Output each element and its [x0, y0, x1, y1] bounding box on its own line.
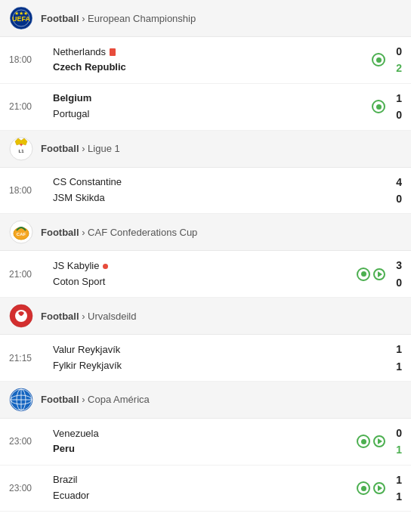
league-icon-copa — [9, 388, 33, 412]
score-team1: 0 — [385, 425, 402, 441]
match-live-icons — [348, 435, 385, 448]
red-card-icon — [110, 48, 116, 56]
match-teams: NetherlandsCzech Republic — [47, 45, 348, 76]
match-row[interactable]: 21:15Valur ReykjavíkFylkir Reykjavík11 — [0, 335, 411, 382]
score-team2: 0 — [385, 107, 402, 123]
team2-name: Portugal — [53, 107, 341, 122]
match-scores: 40 — [385, 174, 402, 208]
league-title-euro: Football › European Championship — [41, 13, 196, 24]
live-dot-inner — [361, 271, 366, 277]
score-team1: 0 — [385, 43, 402, 60]
match-row[interactable]: 21:00BelgiumPortugal10 — [0, 84, 411, 131]
match-scores: 11 — [385, 472, 402, 506]
team1-name: JS Kabylie — [53, 258, 341, 274]
match-live-icons — [348, 53, 385, 66]
play-triangle — [378, 485, 382, 491]
league-header-copa[interactable]: Football › Copa América — [0, 382, 411, 419]
league-title-copa: Football › Copa América — [41, 394, 150, 405]
live-circle-icon[interactable] — [372, 100, 385, 113]
match-time: 23:00 — [9, 436, 47, 447]
score-team1: 1 — [385, 472, 402, 488]
league-icon-euro: UEFA ★★★ — [9, 6, 33, 30]
score-team2: 1 — [385, 441, 402, 458]
match-row[interactable]: 18:00NetherlandsCzech Republic02 — [0, 37, 411, 84]
match-row[interactable]: 23:00BrazilEcuador11 — [0, 466, 411, 512]
play-button-icon[interactable] — [373, 482, 385, 494]
match-scores: 02 — [385, 43, 402, 77]
svg-text:UEFA: UEFA — [12, 15, 31, 23]
match-teams: BrazilEcuador — [47, 472, 348, 504]
live-circle-icon[interactable] — [372, 53, 385, 66]
match-live-icons — [348, 481, 385, 495]
team2-name: Coton Sport — [53, 274, 341, 290]
play-triangle — [378, 438, 382, 444]
match-time: 18:00 — [9, 54, 47, 65]
score-team1: 3 — [385, 257, 402, 274]
match-time: 23:00 — [9, 483, 47, 493]
match-scores: 10 — [385, 90, 402, 124]
league-title-urvals: Football › Urvalsdeild — [41, 311, 136, 322]
match-row[interactable]: 23:00VenezuelaPeru01 — [0, 419, 411, 466]
svg-text:L1: L1 — [18, 149, 24, 153]
live-dot-inner — [376, 57, 382, 63]
match-teams: BelgiumPortugal — [47, 91, 348, 122]
team2-name: Czech Republic — [53, 60, 341, 76]
score-team2: 1 — [385, 488, 402, 505]
league-header-caf[interactable]: CAF Football › CAF Confederations Cup — [0, 214, 411, 251]
play-triangle — [378, 271, 382, 277]
team1-name: Netherlands — [53, 45, 341, 60]
team1-name: Valur Reykjavík — [53, 342, 341, 358]
league-title-caf: Football › CAF Confederations Cup — [41, 227, 197, 238]
score-team1: 4 — [385, 174, 402, 190]
match-time: 21:00 — [9, 101, 47, 112]
score-team2: 1 — [385, 358, 402, 375]
score-team1: 1 — [385, 341, 402, 357]
score-team2: 2 — [385, 60, 402, 76]
app-container: UEFA ★★★ Football › European Championshi… — [0, 0, 411, 512]
league-icon-ligue1: ✦ L1 — [9, 137, 33, 161]
match-teams: JS KabylieCoton Sport — [47, 258, 348, 290]
live-dot-icon — [103, 264, 108, 269]
match-time: 21:15 — [9, 353, 47, 363]
league-title-ligue1: Football › Ligue 1 — [41, 143, 120, 154]
match-teams: VenezuelaPeru — [47, 426, 348, 458]
live-dot-inner — [361, 486, 366, 491]
league-icon-urvals — [9, 304, 33, 328]
team2-name: JSM Skikda — [53, 190, 341, 206]
score-team2: 0 — [385, 274, 402, 291]
play-button-icon[interactable] — [373, 268, 385, 280]
live-dot-inner — [376, 104, 382, 110]
team2-name: Ecuador — [53, 488, 341, 504]
score-team2: 0 — [385, 190, 402, 207]
team2-name: Peru — [53, 441, 341, 457]
svg-text:CAF: CAF — [17, 232, 26, 237]
match-row[interactable]: 18:00CS ConstantineJSM Skikda40 — [0, 168, 411, 215]
match-live-icons — [348, 268, 385, 281]
live-circle-icon[interactable] — [357, 435, 370, 448]
league-icon-caf: CAF — [9, 220, 33, 244]
match-time: 18:00 — [9, 185, 47, 196]
league-header-ligue1[interactable]: ✦ L1 Football › Ligue 1 — [0, 131, 411, 168]
match-teams: CS ConstantineJSM Skikda — [47, 175, 348, 206]
match-teams: Valur ReykjavíkFylkir Reykjavík — [47, 342, 348, 374]
team1-name: Brazil — [53, 472, 341, 488]
live-dot-inner — [361, 439, 366, 444]
match-row[interactable]: 21:00JS KabylieCoton Sport30 — [0, 251, 411, 298]
match-live-icons — [348, 100, 385, 113]
league-header-urvals[interactable]: Football › Urvalsdeild — [0, 298, 411, 335]
league-header-euro[interactable]: UEFA ★★★ Football › European Championshi… — [0, 0, 411, 37]
match-time: 21:00 — [9, 269, 47, 280]
live-circle-icon[interactable] — [357, 481, 370, 495]
team2-name: Fylkir Reykjavík — [53, 358, 341, 374]
match-scores: 30 — [385, 257, 402, 291]
svg-text:★★★: ★★★ — [14, 11, 28, 16]
play-button-icon[interactable] — [373, 435, 385, 447]
match-scores: 11 — [385, 341, 402, 375]
match-scores: 01 — [385, 425, 402, 459]
team1-name: Belgium — [53, 91, 341, 107]
team1-name: Venezuela — [53, 426, 341, 442]
live-circle-icon[interactable] — [357, 268, 370, 281]
score-team1: 1 — [385, 90, 402, 107]
team1-name: CS Constantine — [53, 175, 341, 190]
